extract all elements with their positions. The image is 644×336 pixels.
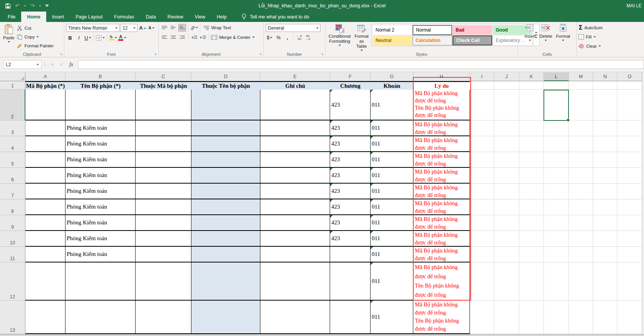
cell-F3[interactable]: 423 [330,120,371,136]
cell-O1[interactable] [617,81,642,90]
cell-G11[interactable]: 011 [371,247,413,262]
borders-button[interactable] [96,34,105,42]
cell-G2[interactable]: 011 [371,90,413,120]
cell-H7[interactable]: Mã Bộ phận khôngđược để trống [413,184,470,199]
cell-I4[interactable] [470,136,494,152]
cell-H8[interactable]: Mã Bộ phận khôngđược để trống [413,199,470,215]
column-header-L[interactable]: L [544,72,569,81]
style-calculation[interactable]: Calculation [413,35,452,45]
column-header-A[interactable]: A [25,72,65,81]
cell-I10[interactable] [470,231,494,247]
tab-review[interactable]: Review [162,12,189,22]
cell-O2[interactable] [617,90,642,120]
conditional-formatting-dropdown-icon[interactable] [339,45,341,46]
fill-color-button[interactable] [109,34,117,42]
cell-D10[interactable] [191,231,260,247]
cell-B6[interactable]: Phòng Kiểm toán [65,168,136,184]
cell-M6[interactable] [569,168,593,184]
cell-E7[interactable] [260,184,330,199]
cell-D3[interactable] [191,120,260,136]
cell-I12[interactable] [470,262,494,301]
save-icon[interactable] [5,3,11,9]
cell-K5[interactable] [519,152,544,168]
cell-D9[interactable] [191,215,260,231]
customize-qat-icon[interactable] [45,5,49,7]
tab-help[interactable]: Help [211,12,233,22]
cell-E1[interactable]: Ghi chú [260,81,330,90]
name-box[interactable]: L2 [3,60,42,69]
cell-E11[interactable] [260,247,330,262]
cell-E3[interactable] [260,120,330,136]
cell-B11[interactable]: Phòng Kiểm toán [65,247,136,262]
alignment-dialog-launcher[interactable] [258,52,263,56]
cell-F6[interactable]: 423 [330,168,371,184]
cell-M4[interactable] [569,136,593,152]
cell-L6[interactable] [544,168,569,184]
cell-M10[interactable] [569,231,593,247]
row-header-9[interactable]: 9 [0,215,25,231]
wrap-text-button[interactable]: Wrap Text [204,24,231,32]
cell-A10[interactable] [25,231,65,247]
cell-G7[interactable]: 011 [371,184,413,199]
cell-A8[interactable] [25,199,65,215]
style-bad[interactable]: Bad [453,25,492,35]
cell-K13[interactable] [519,301,544,334]
cell-L1[interactable] [544,81,569,90]
cell-K7[interactable] [519,184,544,199]
cell-O4[interactable] [617,136,642,152]
style-check-cell[interactable]: Check Cell [453,35,492,45]
cell-A4[interactable] [25,136,65,152]
cell-N3[interactable] [593,120,617,136]
cell-L4[interactable] [544,136,569,152]
cell-K11[interactable] [519,247,544,262]
cell-N5[interactable] [593,152,617,168]
cancel-icon[interactable]: × [48,62,57,67]
cell-G6[interactable]: 011 [371,168,413,184]
column-header-D[interactable]: D [191,72,260,81]
column-header-I[interactable]: I [470,72,494,81]
column-header-N[interactable]: N [593,72,617,81]
cell-N9[interactable] [593,215,617,231]
style-neutral[interactable]: Neutral [372,35,412,45]
cell-D8[interactable] [191,199,260,215]
cell-O12[interactable] [617,262,642,301]
cell-B3[interactable]: Phòng Kiểm toán [65,120,136,136]
cell-J5[interactable] [494,152,519,168]
cell-I9[interactable] [470,215,494,231]
cell-L8[interactable] [544,199,569,215]
column-header-H[interactable]: H [413,72,470,81]
cell-I3[interactable] [470,120,494,136]
cell-E12[interactable] [260,262,330,301]
column-header-J[interactable]: J [494,72,519,81]
cell-C9[interactable] [136,215,191,231]
cell-A2[interactable] [25,90,65,120]
cell-G10[interactable]: 011 [371,231,413,247]
cell-M11[interactable] [569,247,593,262]
format-painter-button[interactable]: Format Painter [17,42,54,49]
cell-B5[interactable]: Phòng Kiểm toán [65,152,136,168]
cell-E5[interactable] [260,152,330,168]
fill-button[interactable]: ↓Fill [579,33,603,40]
top-align-button[interactable] [161,24,168,32]
cell-L10[interactable] [544,231,569,247]
cell-J2[interactable] [494,90,519,120]
cell-O6[interactable] [617,168,642,184]
cell-N2[interactable] [593,90,617,120]
cell-M1[interactable] [569,81,593,90]
cell-H11[interactable]: Mã Bộ phận khôngđược để trống [413,247,470,262]
grow-font-button[interactable]: A [139,24,146,32]
cell-D1[interactable]: Thuộc Tên bộ phận [191,81,260,90]
cell-A7[interactable] [25,184,65,199]
cell-D2[interactable] [191,90,260,120]
comma-format-button[interactable]: , [283,34,291,42]
cell-H5[interactable]: Mã Bộ phận khôngđược để trống [413,152,470,168]
redo-dropdown-icon[interactable] [39,5,41,7]
font-size-select[interactable]: 12 [121,24,138,32]
cell-M9[interactable] [569,215,593,231]
cell-H2[interactable]: Mã Bộ phận khôngđược để trốngTên Bộ phận… [413,90,470,120]
row-header-8[interactable]: 8 [0,199,25,215]
align-center-button[interactable] [169,33,177,41]
bottom-align-button[interactable] [178,24,186,32]
row-header-7[interactable]: 7 [0,184,25,199]
cell-B7[interactable]: Phòng Kiểm toán [65,184,136,199]
